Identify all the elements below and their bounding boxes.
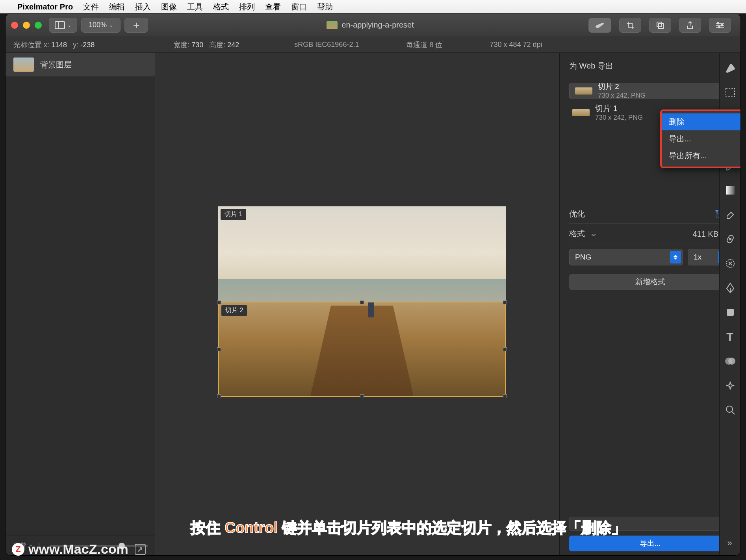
- inspector-title: 为 Web 导出: [569, 61, 731, 77]
- paint-tool-button[interactable]: [588, 18, 611, 33]
- width-label: 宽度:: [173, 41, 189, 49]
- layer-row[interactable]: 背景图层: [6, 53, 155, 76]
- macos-menubar: Pixelmator Pro 文件 编辑 插入 图像 工具 格式 排列 查看 窗…: [0, 0, 746, 13]
- menu-help[interactable]: 帮助: [317, 2, 333, 12]
- settings-button[interactable]: [709, 18, 731, 33]
- svg-point-21: [726, 406, 733, 412]
- svg-line-22: [732, 412, 735, 414]
- watermark: Z www.MacZ.com ↗: [12, 541, 146, 557]
- format-row[interactable]: 格式⌄ 411 KB⌄: [569, 224, 731, 243]
- svg-rect-10: [726, 88, 735, 97]
- text-tool-icon[interactable]: T: [724, 330, 737, 343]
- export-button[interactable]: 导出...: [569, 536, 731, 551]
- artboard[interactable]: 切片 1 切片 2: [218, 206, 506, 397]
- marquee-tool-icon[interactable]: [724, 86, 737, 99]
- slice-name: 切片 2: [598, 82, 646, 92]
- style-tool-icon[interactable]: [724, 61, 737, 75]
- inspector-panel: 为 Web 导出 切片 2 730 x 242, PNG 切片 1 730 x …: [559, 53, 740, 555]
- zoom-tool-icon[interactable]: [724, 403, 737, 417]
- document-title: en-applying-a-preset: [341, 20, 414, 30]
- optimize-label: 优化: [569, 209, 585, 219]
- slice-1[interactable]: 切片 1: [218, 206, 506, 302]
- svg-point-20: [728, 358, 735, 365]
- pen-tool-icon[interactable]: [724, 281, 737, 295]
- layer-name: 背景图层: [40, 59, 72, 70]
- svg-rect-3: [659, 24, 663, 28]
- gradient-tool-icon[interactable]: [724, 184, 737, 197]
- slice-thumbnail: [572, 109, 590, 116]
- close-window-button[interactable]: [11, 22, 18, 29]
- menu-file[interactable]: 文件: [83, 2, 99, 12]
- context-menu: 删除 导出... 导出所有...: [660, 109, 740, 168]
- slice-name: 切片 1: [595, 103, 643, 113]
- heal-tool-icon[interactable]: [724, 232, 737, 246]
- context-menu-export-all[interactable]: 导出所有...: [662, 147, 740, 164]
- format-select[interactable]: PNG: [569, 249, 683, 265]
- size-estimate: 411 KB: [692, 230, 718, 238]
- svg-rect-12: [726, 186, 735, 195]
- add-button[interactable]: ＋: [124, 18, 148, 33]
- zoom-dropdown[interactable]: 100% ⌄: [81, 18, 121, 33]
- sidebar-toggle-button[interactable]: ⌄: [49, 18, 77, 33]
- context-menu-delete[interactable]: 删除: [662, 113, 740, 130]
- minimize-window-button[interactable]: [23, 22, 30, 29]
- colorspace-value: sRGB IEC61966-2.1: [294, 41, 359, 49]
- format-value: PNG: [575, 253, 591, 261]
- sparkle-tool-icon[interactable]: [724, 379, 737, 392]
- slice-details: 730 x 242, PNG: [595, 113, 643, 122]
- more-tools-button[interactable]: »: [727, 538, 733, 548]
- slice-2[interactable]: 切片 2: [218, 302, 506, 397]
- bitdepth-value: 每通道 8 位: [406, 40, 442, 50]
- cursor-x-label: 光标位置 x:: [13, 41, 49, 49]
- menu-view[interactable]: 查看: [265, 2, 281, 12]
- add-format-button[interactable]: 新增格式: [569, 274, 731, 290]
- slice-2-label: 切片 2: [221, 305, 247, 316]
- crop-tool-button[interactable]: [619, 18, 641, 33]
- color-tool-icon[interactable]: [724, 354, 737, 368]
- document-icon: [327, 21, 338, 29]
- layers-panel: 背景图层: [6, 53, 155, 555]
- svg-point-8: [721, 24, 723, 26]
- eraser-tool-icon[interactable]: [724, 208, 737, 221]
- svg-text:T: T: [727, 332, 733, 342]
- cursor-y-value: -238: [80, 41, 95, 49]
- svg-point-7: [717, 22, 719, 24]
- context-menu-export[interactable]: 导出...: [662, 130, 740, 147]
- fullscreen-window-button[interactable]: [35, 22, 42, 29]
- share-button[interactable]: [679, 18, 701, 33]
- shape-tool-icon[interactable]: [724, 306, 737, 319]
- scale-value: 1x: [694, 253, 701, 261]
- menu-format[interactable]: 格式: [213, 2, 229, 12]
- slice-1-label: 切片 1: [221, 209, 246, 220]
- svg-rect-0: [55, 22, 65, 29]
- document-title-area: en-applying-a-preset: [152, 20, 588, 30]
- cursor-y-label: y:: [73, 41, 78, 49]
- slice-thumbnail: [575, 87, 592, 95]
- select-stepper-icon: [670, 251, 681, 263]
- status-infobar: 光标位置 x: 1148 y: -238 宽度: 730 高度: 242 sRG…: [6, 37, 740, 53]
- menu-window[interactable]: 窗口: [291, 2, 307, 12]
- menu-arrange[interactable]: 排列: [239, 2, 255, 12]
- watermark-logo-icon: Z: [12, 543, 24, 556]
- svg-point-9: [718, 26, 720, 28]
- canvas-area[interactable]: 切片 1 切片 2: [155, 53, 559, 555]
- optimize-row: 优化 预置: [569, 205, 731, 224]
- duplicate-button[interactable]: [649, 18, 671, 33]
- menu-image[interactable]: 图像: [161, 2, 177, 12]
- menu-insert[interactable]: 插入: [135, 2, 151, 12]
- height-value: 242: [227, 41, 239, 49]
- app-name[interactable]: Pixelmator Pro: [17, 2, 73, 11]
- cursor-x-value: 1148: [51, 41, 67, 49]
- external-link-icon: ↗: [135, 544, 146, 555]
- layer-thumbnail: [13, 57, 34, 72]
- height-label: 高度:: [209, 41, 225, 49]
- warp-tool-icon[interactable]: [724, 257, 737, 270]
- slice-list-item-selected[interactable]: 切片 2 730 x 242, PNG: [569, 83, 731, 99]
- instruction-caption: 按住 Control 键并单击切片列表中的选定切片，然后选择「删除」: [95, 518, 722, 538]
- width-value: 730: [191, 41, 203, 49]
- window-titlebar: ⌄ 100% ⌄ ＋ en-applying-a-preset: [6, 13, 740, 37]
- menu-tools[interactable]: 工具: [187, 2, 203, 12]
- window-controls: [11, 22, 42, 29]
- menu-edit[interactable]: 编辑: [109, 2, 125, 12]
- svg-rect-17: [727, 309, 734, 316]
